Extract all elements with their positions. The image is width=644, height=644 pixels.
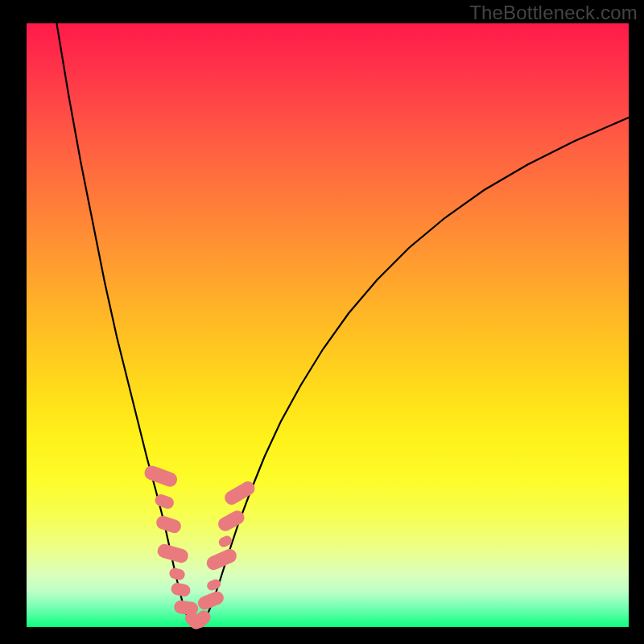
data-marker bbox=[222, 479, 258, 507]
data-marker bbox=[168, 567, 186, 581]
chart-frame: TheBottleneck.com bbox=[0, 0, 644, 644]
data-marker bbox=[155, 514, 183, 535]
data-marker bbox=[142, 464, 180, 489]
bottleneck-curve bbox=[56, 23, 629, 627]
chart-svg bbox=[0, 0, 644, 644]
data-marker bbox=[204, 547, 239, 572]
data-marker bbox=[170, 582, 192, 598]
